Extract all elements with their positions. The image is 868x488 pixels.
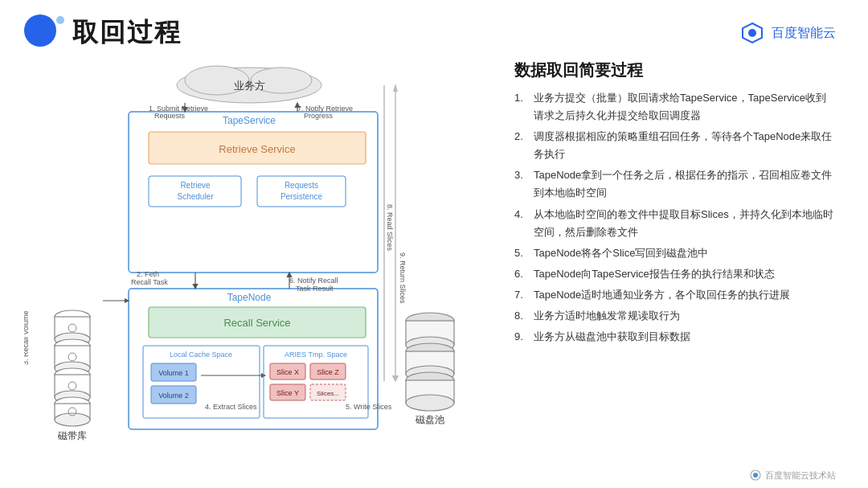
watermark-icon [749, 469, 762, 482]
svg-text:8. Read Slices: 8. Read Slices [386, 204, 394, 252]
watermark: 百度智能云技术站 [749, 469, 836, 482]
svg-text:9. Return Slices: 9. Return Slices [399, 252, 407, 304]
list-text: TapeNode向TapeService报告任务的执行结果和状态 [534, 265, 775, 283]
page-title: 取回过程 [72, 15, 182, 51]
header-left: 取回过程 [24, 14, 182, 51]
list-item: 4.从本地临时空间的卷文件中提取目标Slices，并持久化到本地临时空间，然后删… [514, 206, 836, 241]
summary-list: 1.业务方提交（批量）取回请求给TapeService，TapeService收… [514, 89, 836, 346]
logo-text: 百度智能云 [772, 25, 836, 42]
svg-text:6. Notify Recall: 6. Notify Recall [289, 277, 338, 285]
list-num: 1. [514, 89, 529, 125]
list-item: 3.TapeNode拿到一个任务之后，根据任务的指示，召回相应卷文件到本地临时空… [514, 166, 836, 202]
logo-area: 百度智能云 [739, 20, 836, 46]
svg-text:Local Cache Space: Local Cache Space [170, 351, 232, 359]
list-item: 6.TapeNode向TapeService报告任务的执行结果和状态 [514, 265, 836, 283]
tapeservice-label: TapeService [223, 115, 276, 126]
cloud-label: 业务方 [234, 80, 265, 92]
list-num: 4. [514, 206, 529, 241]
list-item: 9.业务方从磁盘池中获取到目标数据 [514, 328, 836, 346]
svg-text:Requests: Requests [154, 112, 186, 120]
svg-point-1 [748, 29, 756, 37]
svg-text:Slice Y: Slice Y [276, 389, 299, 397]
list-text: 调度器根据相应的策略重组召回任务，等待各个TapeNode来取任务执行 [534, 128, 836, 163]
list-item: 7.TapeNode适时地通知业务方，各个取回任务的执行进展 [514, 286, 836, 304]
disk-pool-label: 磁盘池 [415, 414, 444, 425]
svg-text:Progress: Progress [304, 112, 334, 120]
svg-point-79 [753, 473, 758, 478]
summary-title: 数据取回简要过程 [514, 59, 836, 81]
list-item: 5.TapeNode将各个Slice写回到磁盘池中 [514, 244, 836, 262]
svg-text:Recall Task: Recall Task [131, 278, 168, 286]
header: 取回过程 百度智能云 [0, 0, 868, 59]
list-num: 2. [514, 128, 529, 163]
list-num: 7. [514, 286, 529, 304]
svg-text:Slice X: Slice X [276, 368, 299, 376]
svg-text:Requests: Requests [285, 181, 318, 190]
svg-text:Task Result: Task Result [296, 285, 334, 293]
svg-text:Slice Z: Slice Z [317, 368, 339, 376]
list-text: 业务方适时地触发常规读取行为 [534, 307, 680, 325]
svg-text:5. Write Slices: 5. Write Slices [346, 403, 392, 411]
svg-text:Volume 1: Volume 1 [158, 369, 189, 377]
svg-text:Volume 2: Volume 2 [158, 392, 189, 400]
list-num: 3. [514, 166, 529, 202]
list-text: 从本地临时空间的卷文件中提取目标Slices，并持久化到本地临时空间，然后删除卷… [534, 206, 836, 241]
list-item: 1.业务方提交（批量）取回请求给TapeService，TapeService收… [514, 89, 836, 125]
list-text: 业务方从磁盘池中获取到目标数据 [534, 328, 690, 346]
svg-text:ARIES Tmp. Space: ARIES Tmp. Space [285, 351, 347, 359]
tapenode-label: TapeNode [227, 292, 272, 303]
list-item: 8.业务方适时地触发常规读取行为 [514, 307, 836, 325]
svg-point-59 [55, 413, 90, 426]
logo-icon [739, 20, 765, 46]
list-text: TapeNode拿到一个任务之后，根据任务的指示，召回相应卷文件到本地临时空间 [534, 166, 836, 202]
retrieve-service-label: Retrieve Service [219, 143, 295, 155]
svg-text:Retrieve: Retrieve [180, 181, 211, 190]
list-num: 6. [514, 265, 529, 283]
svg-text:Slices...: Slices... [317, 390, 339, 397]
svg-text:Persistence: Persistence [280, 192, 323, 201]
dot-decoration [56, 16, 64, 24]
list-item: 2.调度器根据相应的策略重组召回任务，等待各个TapeNode来取任务执行 [514, 128, 836, 163]
list-num: 5. [514, 244, 529, 262]
svg-text:3. Recall Volume: 3. Recall Volume [24, 310, 30, 365]
svg-text:4. Extract Slices: 4. Extract Slices [205, 403, 257, 411]
svg-text:2. Feth: 2. Feth [137, 270, 159, 278]
architecture-diagram: 业务方 TapeService Retrieve Service Retriev… [24, 59, 474, 453]
watermark-text: 百度智能云技术站 [765, 470, 836, 482]
main-content: 业务方 TapeService Retrieve Service Retriev… [0, 59, 868, 483]
svg-marker-23 [393, 84, 398, 92]
text-area: 数据取回简要过程 1.业务方提交（批量）取回请求给TapeService，Tap… [506, 59, 844, 483]
recall-service-label: Recall Service [223, 317, 290, 329]
list-text: TapeNode适时地通知业务方，各个取回任务的执行进展 [534, 286, 790, 304]
svg-point-69 [406, 395, 454, 411]
svg-text:Scheduler: Scheduler [177, 192, 214, 201]
diagram-area: 业务方 TapeService Retrieve Service Retriev… [24, 59, 490, 483]
list-num: 8. [514, 307, 529, 325]
blue-circle-decoration [24, 14, 56, 47]
list-text: TapeNode将各个Slice写回到磁盘池中 [534, 244, 708, 262]
list-num: 9. [514, 328, 529, 346]
tape-library-label: 磁带库 [57, 430, 87, 441]
list-text: 业务方提交（批量）取回请求给TapeService，TapeService收到请… [534, 89, 836, 125]
